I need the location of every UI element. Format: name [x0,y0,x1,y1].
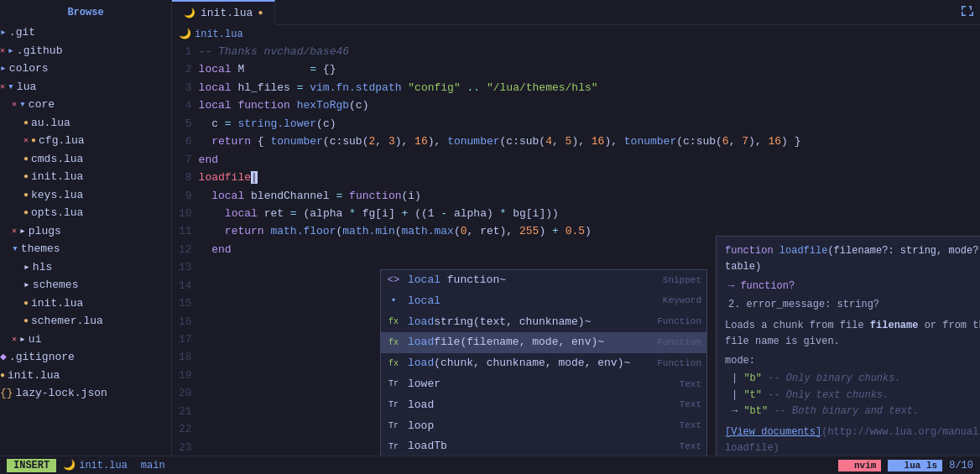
code-line-5: c = string.lower(c) [199,115,977,133]
code-line-4: local function hexToRgb(c) [199,96,977,114]
code-line-6: return { tonumber(c:sub(2, 3), 16), tonu… [199,133,977,150]
sidebar-item-plugs[interactable]: ✕ ▸ plugs [0,222,171,241]
sidebar-item-core[interactable]: ✕ ▾ core [0,96,171,114]
main-area: Browse ▸ .git ✕ ▸ .github ▸ colors ✕ ▾ l… [0,0,980,456]
doc-view-link[interactable]: [View documents] [725,426,821,438]
folder-closed-icon: ▸ [0,60,7,77]
ac-item-type: Text [651,398,701,413]
sidebar-item-schemes[interactable]: ▸ schemes [0,276,171,294]
folder-closed-icon: ▸ [23,277,30,294]
sidebar-item-cmds-lua[interactable]: ● cmds.lua [0,150,171,169]
active-tab[interactable]: 🌙 init.lua ● [172,0,275,25]
doc-mode-b: | "b" -- Only binary chunks. [732,371,980,387]
folder-closed-icon: ▸ [8,43,14,60]
sidebar-item-colors[interactable]: ▸ colors [0,60,171,78]
sidebar-item-cfg-lua[interactable]: ✕ ● cfg.lua [0,132,171,150]
ac-item-loadtb[interactable]: Tr loadTb Text [381,436,706,456]
x-icon: ✕ [23,134,29,147]
doc-link-container: [View documents](http://www.lua.org/manu… [725,425,980,456]
sidebar-item-label: init.lua [31,295,83,312]
doc-mode-bt-desc: -- Both binary and text. [774,405,919,417]
ac-item-load[interactable]: fx load(chunk, chunkname, mode, env)~ Fu… [381,353,706,374]
ac-text-icon: Tr [386,419,401,433]
sidebar-item-schemer-lua[interactable]: ● schemer.lua [0,312,171,331]
doc-sig-fn-name: loadfile [779,245,828,257]
sidebar-item-label: lua [17,79,36,96]
doc-mode-bt-val: "bt" [743,405,768,417]
sidebar-item-label: colors [9,60,49,77]
sidebar-item-git[interactable]: ▸ .git [0,23,171,42]
sidebar-item-gitignore[interactable]: ◆ .gitignore [0,348,171,367]
ac-item-label: load(chunk, chunkname, mode, env)~ [408,355,644,372]
sidebar-title: Browse [0,3,171,23]
ac-item-loadstring[interactable]: fx loadstring(text, chunkname)~ Function [381,312,706,333]
ac-item-lower[interactable]: Tr lower Text [381,374,706,395]
sidebar-item-lazy-lock-json[interactable]: {} lazy-lock.json [0,384,171,403]
ac-item-loadfile[interactable]: fx loadfile(filename, mode, env)~ Functi… [381,332,706,353]
ac-text-icon: Tr [386,378,401,391]
ac-snippet-icon: <> [386,273,401,289]
code-line-21: local blendChannel = function(i) [199,187,977,205]
ac-item-label: lower [408,376,644,393]
status-bar: INSERT 🌙 init.lua main ■ nvim ■ lua ls 8… [0,456,980,474]
modified-dot: ● [0,369,5,382]
sidebar-item-core-init-lua[interactable]: ● init.lua [0,168,171,186]
sidebar-item-ui[interactable]: ✕ ▸ ui [0,331,171,349]
ac-text-icon: Tr [386,440,401,454]
status-filename: init.lua [79,460,128,471]
sidebar-item-label: core [29,96,55,113]
code-line-3: local hl_files = vim.fn.stdpath "config"… [199,79,977,96]
ac-item-loop[interactable]: Tr loop Text [381,416,706,437]
sidebar-item-github[interactable]: ✕ ▸ .github [0,42,171,60]
ac-text-icon: Tr [386,398,401,412]
sidebar-item-label: .git [9,24,35,41]
ac-item-type: Snippet [651,273,701,289]
code-line-1: -- Thanks nvchad/base46 [199,43,977,60]
doc-mode-t: | "t" -- Only text chunks. [732,388,980,404]
folder-closed-icon: ▸ [19,223,26,240]
sidebar-item-label: opts.lua [31,205,83,221]
folder-open-icon: ▾ [12,241,18,258]
editor-expand-icon[interactable] [960,4,980,21]
editor-area: 🌙 init.lua ● 🌙 init.lua 1 2 3 4 5 6 7 [172,0,980,456]
sidebar-item-label: hls [33,259,52,276]
folder-closed-icon: ▸ [0,24,7,41]
sidebar-item-lua[interactable]: ✕ ▾ lua [0,78,171,96]
ac-item-type: Function [651,357,701,372]
doc-mode-b-desc: -- Only binary chunks. [768,372,900,384]
sidebar-item-label: cmds.lua [31,151,83,168]
ac-item-label: loop [408,418,644,435]
doc-signature: function loadfile(filename?: string, mod… [725,243,980,275]
modified-dot: ● [23,170,29,183]
json-icon: {} [0,385,13,402]
code-line-7: end [199,151,977,169]
ac-item-type: Text [651,419,701,434]
ac-item-label: local function~ [408,272,644,289]
sidebar-item-label: .gitignore [9,349,75,366]
sidebar-item-themes-init-lua[interactable]: ● init.lua [0,294,171,313]
ac-item-keyword[interactable]: • local Keyword [381,291,706,312]
ac-function-icon: fx [386,336,401,350]
sidebar-item-keys-lua[interactable]: ● keys.lua [0,186,171,205]
status-lineinfo: 8/10 [949,460,973,471]
ac-item-label: local [408,293,644,310]
sidebar-item-opts-lua[interactable]: ● opts.lua [0,204,171,222]
sidebar-item-root-init-lua[interactable]: ● init.lua [0,367,171,385]
sidebar-item-themes[interactable]: ▾ themes [0,240,171,258]
sidebar-item-hls[interactable]: ▸ hls [0,258,171,277]
sidebar: Browse ▸ .git ✕ ▸ .github ▸ colors ✕ ▾ l… [0,0,172,456]
ac-item-type: Function [651,315,701,330]
x-icon: ✕ [0,44,5,57]
status-nvim-label: ■ nvim [838,460,882,471]
editor-content: 1 2 3 4 5 6 7 8 9 10 11 12 13 14 15 16 1… [172,43,980,456]
sidebar-item-au-lua[interactable]: ● au.lua [0,114,171,133]
ac-function-icon: fx [386,315,401,329]
ac-item-snippet[interactable]: <> local function~ Snippet [381,270,706,291]
ac-item-label: load [408,397,644,414]
sidebar-item-label: init.lua [8,367,60,384]
status-file-icon: 🌙 [63,459,76,471]
folder-closed-icon: ▸ [23,259,30,276]
x-icon: ✕ [12,333,17,346]
ac-item-load-text[interactable]: Tr load Text [381,395,706,416]
sidebar-item-label: schemes [33,277,79,294]
